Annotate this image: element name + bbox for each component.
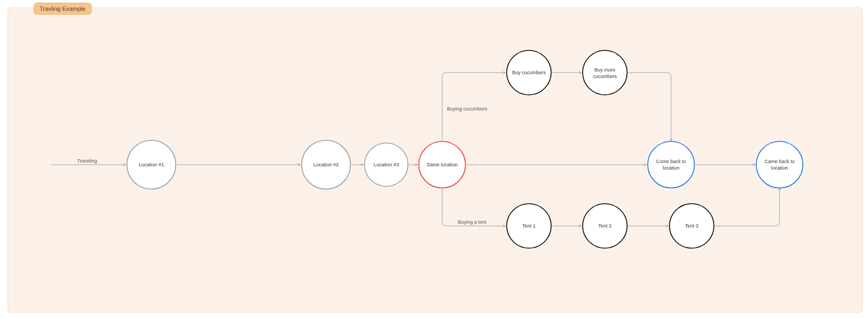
edge-buy2-come	[628, 73, 671, 141]
node-buy-more-cucumbers[interactable]: Buy more cucumbers	[583, 50, 627, 95]
svg-point-10	[583, 50, 627, 95]
edge-tent3-came	[715, 188, 780, 226]
svg-text:Same location: Same location	[426, 162, 457, 167]
svg-text:Tent 3: Tent 3	[685, 223, 699, 229]
svg-text:Come back to: Come back to	[656, 159, 686, 164]
svg-text:Buy cucumbers: Buy cucumbers	[512, 70, 546, 75]
edge-label-buying-tent: Buying a tent	[458, 219, 487, 225]
node-come-back[interactable]: Come back to location	[648, 141, 694, 188]
node-location-3[interactable]: Location #3	[365, 143, 408, 186]
node-tent-3[interactable]: Tent 3	[669, 204, 714, 248]
svg-point-19	[648, 141, 694, 188]
svg-text:location: location	[662, 165, 679, 171]
node-location-2[interactable]: Location #2	[302, 140, 350, 189]
node-tent-1[interactable]: Tent 1	[507, 204, 551, 248]
svg-text:Location #2: Location #2	[314, 162, 339, 167]
svg-text:location: location	[771, 165, 788, 171]
node-tent-2[interactable]: Tent 2	[583, 204, 627, 248]
node-same-location[interactable]: Same location	[419, 141, 465, 188]
node-location-1[interactable]: Location #1	[127, 140, 176, 189]
svg-text:Location #3: Location #3	[374, 162, 399, 167]
node-buy-cucumbers[interactable]: Buy cucumbers	[507, 50, 551, 95]
svg-text:Tent 2: Tent 2	[598, 223, 612, 229]
node-came-back[interactable]: Came back to location	[756, 141, 803, 188]
diagram-canvas: Traveling Buying cucumbers Buying a tent…	[8, 8, 863, 313]
svg-text:Buy more: Buy more	[595, 67, 616, 73]
edge-label-traveling: Traveling	[77, 158, 97, 164]
svg-text:Came back to: Came back to	[764, 159, 795, 164]
svg-text:Tent 1: Tent 1	[522, 223, 536, 229]
edge-label-buying-cucumbers: Buying cucumbers	[447, 106, 488, 112]
svg-text:cucumbers: cucumbers	[593, 74, 617, 79]
svg-point-22	[756, 141, 803, 188]
svg-text:Location #1: Location #1	[139, 162, 164, 167]
